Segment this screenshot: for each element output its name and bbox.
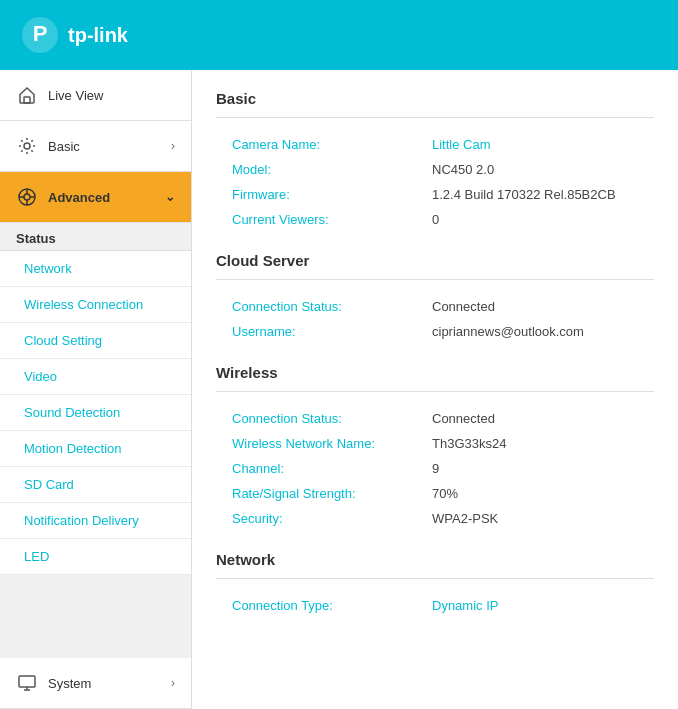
notification-delivery-label: Notification Delivery — [24, 513, 139, 528]
basic-chevron-icon: › — [171, 139, 175, 153]
channel-label: Channel: — [232, 461, 432, 476]
current-viewers-value: 0 — [432, 212, 439, 227]
sidebar-advanced-label: Advanced — [48, 190, 155, 205]
sidebar-sub-item-wireless-connection[interactable]: Wireless Connection — [0, 287, 191, 323]
sidebar-item-advanced[interactable]: Advanced ⌄ — [0, 172, 191, 223]
wireless-network-name-label: Wireless Network Name: — [232, 436, 432, 451]
channel-value: 9 — [432, 461, 439, 476]
network-section-title: Network — [216, 551, 654, 568]
app-header: P tp-link — [0, 0, 678, 70]
sidebar-live-view-label: Live View — [48, 88, 175, 103]
wireless-section-title: Wireless — [216, 364, 654, 381]
svg-rect-2 — [24, 97, 30, 103]
table-row: Rate/Signal Strength: 70% — [216, 481, 654, 506]
sidebar-sub-item-notification-delivery[interactable]: Notification Delivery — [0, 503, 191, 539]
network-label: Network — [24, 261, 72, 276]
table-row: Model: NC450 2.0 — [216, 157, 654, 182]
basic-table: Camera Name: Little Cam Model: NC450 2.0… — [216, 132, 654, 232]
sidebar-sub-item-video[interactable]: Video — [0, 359, 191, 395]
sidebar-sub-item-led[interactable]: LED — [0, 539, 191, 575]
main-layout: Live View Basic › — [0, 70, 678, 709]
svg-text:P: P — [33, 21, 48, 46]
firmware-value: 1.2.4 Build 170322 Rel.85B2CB — [432, 187, 616, 202]
network-divider — [216, 578, 654, 579]
rate-signal-label: Rate/Signal Strength: — [232, 486, 432, 501]
motion-detection-label: Motion Detection — [24, 441, 122, 456]
table-row: Username: cipriannews@outlook.com — [216, 319, 654, 344]
table-row: Camera Name: Little Cam — [216, 132, 654, 157]
table-row: Current Viewers: 0 — [216, 207, 654, 232]
sidebar-sub-item-sd-card[interactable]: SD Card — [0, 467, 191, 503]
wireless-table: Connection Status: Connected Wireless Ne… — [216, 406, 654, 531]
network-section: Network Connection Type: Dynamic IP — [216, 551, 654, 618]
sound-detection-label: Sound Detection — [24, 405, 120, 420]
brand-name: tp-link — [68, 24, 128, 47]
firmware-label: Firmware: — [232, 187, 432, 202]
cloud-server-divider — [216, 279, 654, 280]
sidebar-sub-item-sound-detection[interactable]: Sound Detection — [0, 395, 191, 431]
svg-point-3 — [24, 143, 30, 149]
table-row: Connection Type: Dynamic IP — [216, 593, 654, 618]
status-section-header: Status — [0, 223, 191, 251]
cloud-setting-label: Cloud Setting — [24, 333, 102, 348]
wireless-network-name-value: Th3G33ks24 — [432, 436, 506, 451]
current-viewers-label: Current Viewers: — [232, 212, 432, 227]
sidebar-item-basic[interactable]: Basic › — [0, 121, 191, 172]
table-row: Wireless Network Name: Th3G33ks24 — [216, 431, 654, 456]
cloud-server-section-title: Cloud Server — [216, 252, 654, 269]
wireless-connection-label: Wireless Connection — [24, 297, 143, 312]
sidebar-sub-item-motion-detection[interactable]: Motion Detection — [0, 431, 191, 467]
username-value: cipriannews@outlook.com — [432, 324, 584, 339]
system-label: System — [48, 676, 161, 691]
rate-signal-value: 70% — [432, 486, 458, 501]
table-row: Channel: 9 — [216, 456, 654, 481]
network-table: Connection Type: Dynamic IP — [216, 593, 654, 618]
logo-container: P tp-link — [20, 15, 128, 55]
security-label: Security: — [232, 511, 432, 526]
svg-point-5 — [24, 194, 30, 200]
model-value: NC450 2.0 — [432, 162, 494, 177]
led-label: LED — [24, 549, 49, 564]
home-icon — [16, 84, 38, 106]
table-row: Firmware: 1.2.4 Build 170322 Rel.85B2CB — [216, 182, 654, 207]
sidebar: Live View Basic › — [0, 70, 192, 709]
camera-name-label: Camera Name: — [232, 137, 432, 152]
sidebar-item-system[interactable]: System › — [0, 658, 191, 709]
sidebar-sub-item-network[interactable]: Network — [0, 251, 191, 287]
basic-section: Basic Camera Name: Little Cam Model: NC4… — [216, 90, 654, 232]
wireless-divider — [216, 391, 654, 392]
sidebar-item-live-view[interactable]: Live View — [0, 70, 191, 121]
camera-name-value: Little Cam — [432, 137, 491, 152]
cloud-server-section: Cloud Server Connection Status: Connecte… — [216, 252, 654, 344]
svg-rect-10 — [19, 676, 35, 687]
basic-divider — [216, 117, 654, 118]
gear-icon — [16, 135, 38, 157]
sidebar-basic-label: Basic — [48, 139, 161, 154]
table-row: Connection Status: Connected — [216, 406, 654, 431]
wireless-section: Wireless Connection Status: Connected Wi… — [216, 364, 654, 531]
wireless-connection-status-label: Connection Status: — [232, 411, 432, 426]
system-chevron-icon: › — [171, 676, 175, 690]
username-label: Username: — [232, 324, 432, 339]
connection-type-value: Dynamic IP — [432, 598, 498, 613]
video-label: Video — [24, 369, 57, 384]
tplink-logo-icon: P — [20, 15, 60, 55]
table-row: Connection Status: Connected — [216, 294, 654, 319]
advanced-chevron-icon: ⌄ — [165, 190, 175, 204]
cloud-server-table: Connection Status: Connected Username: c… — [216, 294, 654, 344]
wireless-connection-status-value: Connected — [432, 411, 495, 426]
model-label: Model: — [232, 162, 432, 177]
main-content: Basic Camera Name: Little Cam Model: NC4… — [192, 70, 678, 709]
cloud-connection-status-value: Connected — [432, 299, 495, 314]
connection-type-label: Connection Type: — [232, 598, 432, 613]
sd-card-label: SD Card — [24, 477, 74, 492]
wrench-icon — [16, 186, 38, 208]
security-value: WPA2-PSK — [432, 511, 498, 526]
basic-section-title: Basic — [216, 90, 654, 107]
sidebar-sub-item-cloud-setting[interactable]: Cloud Setting — [0, 323, 191, 359]
table-row: Security: WPA2-PSK — [216, 506, 654, 531]
monitor-icon — [16, 672, 38, 694]
cloud-connection-status-label: Connection Status: — [232, 299, 432, 314]
